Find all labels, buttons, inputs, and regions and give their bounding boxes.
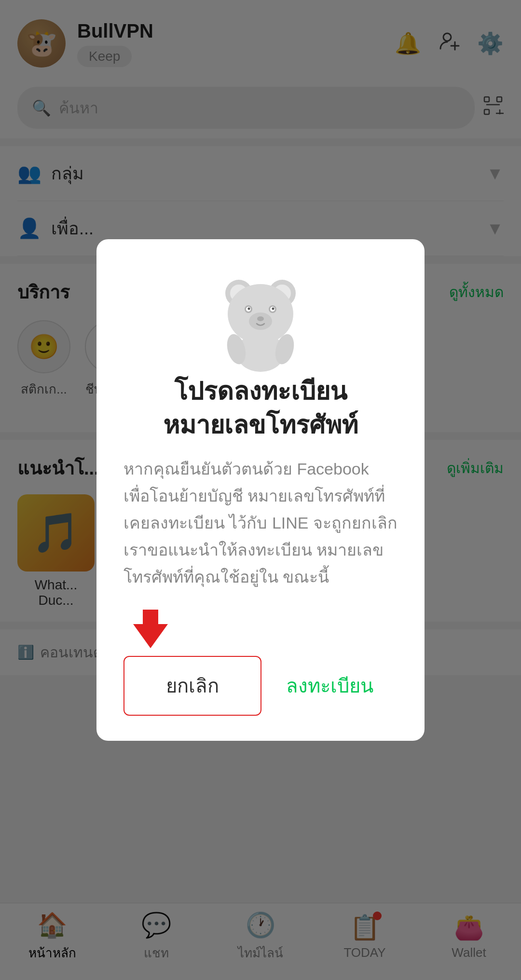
dialog-buttons: ยกเลิก ลงทะเบียน xyxy=(123,656,398,716)
svg-point-19 xyxy=(248,307,250,310)
dialog-arrow xyxy=(123,610,398,648)
dialog-body: หากคุณยืนยันตัวตนด้วย Facebook เพื่อโอนย… xyxy=(123,455,398,590)
register-button[interactable]: ลงทะเบียน xyxy=(261,657,398,715)
svg-point-22 xyxy=(257,316,264,321)
svg-marker-26 xyxy=(133,610,168,648)
modal-overlay: โปรดลงทะเบียน หมายเลขโทรศัพท์ หากคุณยืนย… xyxy=(0,0,521,980)
svg-point-20 xyxy=(272,307,274,310)
arrow-down-icon xyxy=(133,610,168,648)
dialog-title: โปรดลงทะเบียน หมายเลขโทรศัพท์ xyxy=(123,374,398,442)
dialog: โปรดลงทะเบียน หมายเลขโทรศัพท์ หากคุณยืนย… xyxy=(96,239,425,741)
bear-illustration xyxy=(207,268,314,374)
cancel-button[interactable]: ยกเลิก xyxy=(123,656,261,716)
